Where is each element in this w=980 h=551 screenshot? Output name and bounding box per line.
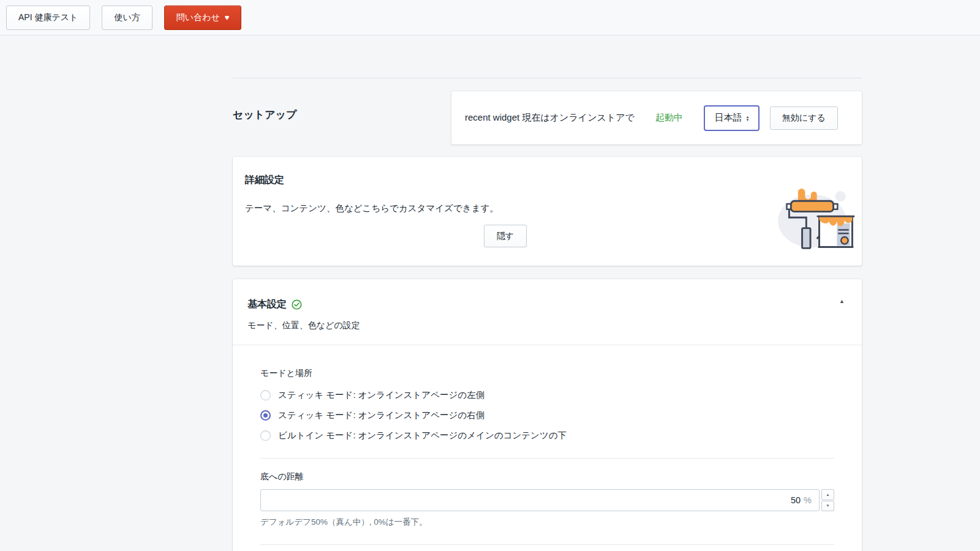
mode-option-label: スティッキ モード: オンラインストアページの右側 [278,410,484,421]
radio-icon[interactable] [260,410,271,421]
mode-option-builtin[interactable]: ビルトイン モード: オンラインストアページのメインのコンテンツの下 [260,430,834,441]
mode-option-label: スティッキ モード: オンラインストアページの左側 [278,389,484,401]
mode-option-label: ビルトイン モード: オンラインストアページのメインのコンテンツの下 [278,430,567,441]
check-circle-icon [292,299,302,310]
basic-settings-subtitle: モード、位置、色などの設定 [247,320,847,331]
mode-option-sticky-right[interactable]: スティッキ モード: オンラインストアページの右側 [260,410,834,421]
basic-settings-body: モードと場所 スティッキ モード: オンラインストアページの左側 スティッキ モ… [233,345,862,545]
page-title: セットアップ [233,91,451,144]
language-select-value: 日本語 [715,112,742,124]
basic-settings-title: 基本設定 [247,298,287,311]
field-divider [260,458,834,459]
how-to-use-button[interactable]: 使い方 [102,6,152,30]
hide-button-wrap: 隠す [245,225,766,247]
widget-status-badge: 起動中 [655,112,683,124]
api-health-test-button[interactable]: API 健康テスト [6,6,90,30]
mode-radio-group: スティッキ モード: オンラインストアページの左側 スティッキ モード: オンラ… [260,389,834,441]
bottom-divider [260,544,834,545]
advanced-settings-card: 詳細設定 テーマ、コンテンツ、色などこちらでカスタマイズできます。 隠す [233,157,862,266]
mode-option-sticky-left[interactable]: スティッキ モード: オンラインストアページの左側 [260,389,834,401]
contact-button-label: 問い合わせ [176,12,220,23]
setup-section: セットアップ recent widget 現在はオンラインストアで 起動中 日本… [233,91,862,144]
disable-button[interactable]: 無効にする [770,107,838,130]
contact-button[interactable]: 問い合わせ ♥ [164,6,242,30]
stepper-down-button[interactable]: ▼ [821,501,834,512]
basic-settings-card: 基本設定 モード、位置、色などの設定 ▲ モードと場所 スティッキ モード: オ… [233,279,862,551]
advanced-settings-body: 詳細設定 テーマ、コンテンツ、色などこちらでカスタマイズできます。 隠す [245,174,766,253]
radio-icon[interactable] [260,430,271,441]
distance-value: 50 [791,495,801,505]
distance-input-row: 50 % ▲ ▼ [260,489,834,511]
main-content: セットアップ recent widget 現在はオンラインストアで 起動中 日本… [233,78,862,551]
stepper-up-button[interactable]: ▲ [821,489,834,500]
distance-help-text: デフォルデフ50%（真ん中）, 0%は一番下。 [260,517,834,528]
language-select[interactable]: 日本語 ▴▾ [704,105,760,131]
distance-input[interactable]: 50 % [260,489,820,511]
widget-status-card: recent widget 現在はオンラインストアで 起動中 日本語 ▴▾ 無効… [451,91,862,144]
radio-icon[interactable] [260,390,271,400]
collapse-toggle-icon[interactable]: ▲ [837,296,847,307]
paint-roller-illustration [766,174,858,253]
basic-settings-header: 基本設定 モード、位置、色などの設定 ▲ [233,279,862,345]
widget-status-text: recent widget 現在はオンラインストアで [465,112,635,124]
distance-label: 底への距離 [260,471,834,482]
mode-group-label: モードと場所 [260,368,834,379]
select-arrows-icon: ▴▾ [747,115,749,121]
topbar: API 健康テスト 使い方 問い合わせ ♥ [0,0,980,36]
section-divider [233,78,862,78]
distance-stepper: ▲ ▼ [821,489,834,511]
hide-button[interactable]: 隠す [484,225,527,247]
distance-unit: % [804,495,812,505]
heart-icon: ♥ [225,13,230,22]
advanced-settings-title: 詳細設定 [245,174,766,187]
advanced-settings-description: テーマ、コンテンツ、色などこちらでカスタマイズできます。 [245,203,766,214]
